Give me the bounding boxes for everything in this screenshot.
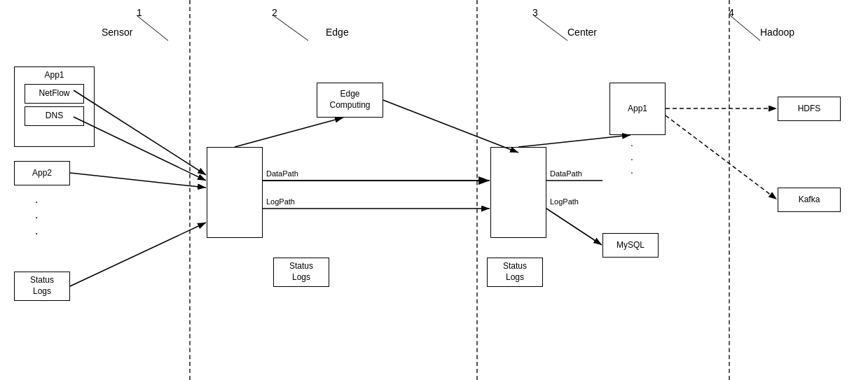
zone3-diagonal	[534, 15, 567, 41]
edge-box-to-computing	[235, 118, 343, 147]
app1-to-kafka	[666, 115, 777, 199]
dns-to-edge	[74, 117, 206, 181]
logpath-to-mysql	[546, 209, 602, 245]
app2-to-edge	[70, 173, 206, 188]
edgecomputing-to-center	[383, 100, 518, 153]
datapath2-label: DataPath	[550, 169, 582, 178]
zone4-diagonal	[730, 15, 760, 41]
netflow-to-edge	[74, 90, 206, 175]
logpath1-label: LogPath	[266, 197, 295, 206]
logpath2-label: LogPath	[550, 197, 579, 206]
zone2-diagonal	[273, 15, 308, 41]
arrows-svg: DataPath LogPath DataPath LogPath	[0, 0, 868, 380]
diagram: 1 Sensor 2 Edge 3 Center 4 Hadoop App1 N…	[0, 0, 868, 380]
zone1-diagonal	[137, 15, 168, 41]
center-to-app1	[518, 135, 631, 147]
datapath1-label: DataPath	[266, 169, 298, 178]
statuslogs-sensor-to-edge	[70, 223, 206, 286]
